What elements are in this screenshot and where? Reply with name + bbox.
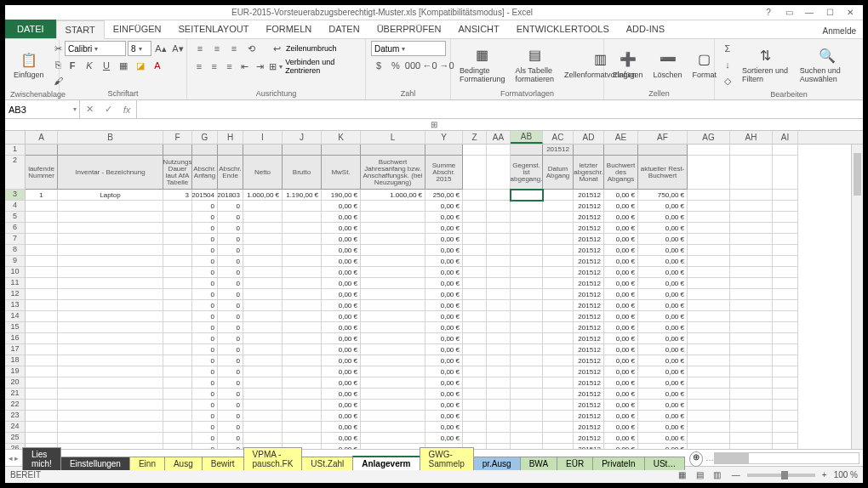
cell[interactable]: 0,00 € <box>425 234 463 245</box>
cell[interactable]: 201512 <box>574 355 604 366</box>
tab-pagelayout[interactable]: SEITENLAYOUT <box>169 20 257 38</box>
cell[interactable] <box>511 400 543 411</box>
cell[interactable]: 0,00 € <box>638 300 688 311</box>
cell[interactable] <box>511 389 543 400</box>
cell[interactable] <box>243 422 283 433</box>
cell[interactable] <box>511 300 543 311</box>
column-header-K[interactable]: K <box>322 131 361 144</box>
cell[interactable]: 201512 <box>574 267 604 278</box>
cell[interactable] <box>361 422 425 433</box>
cell[interactable] <box>688 422 730 433</box>
cell[interactable]: 0,00 € <box>322 444 361 449</box>
cell[interactable] <box>773 278 798 289</box>
cell[interactable]: 0,00 € <box>425 433 463 444</box>
sort-filter-button[interactable]: ⇅Sortieren und Filtern <box>739 44 793 85</box>
cell[interactable] <box>511 311 543 322</box>
row-header[interactable]: 2 <box>5 156 25 190</box>
row-header[interactable]: 25 <box>5 433 25 444</box>
cell[interactable]: 0,00 € <box>425 422 463 433</box>
cell[interactable]: 0,00 € <box>604 212 638 223</box>
cell[interactable] <box>243 300 283 311</box>
formula-bar-input[interactable] <box>137 100 863 118</box>
cell[interactable] <box>163 212 192 223</box>
cell[interactable] <box>463 433 487 444</box>
cell[interactable] <box>163 444 192 449</box>
cell[interactable] <box>58 201 163 212</box>
cell[interactable]: 0 <box>218 444 243 449</box>
cell[interactable] <box>543 289 574 300</box>
cell[interactable] <box>730 344 773 355</box>
cell[interactable]: 0 <box>218 433 243 444</box>
merge-button[interactable]: ⊞ <box>268 59 283 74</box>
cell[interactable] <box>243 344 283 355</box>
column-header-Z[interactable]: Z <box>463 131 487 144</box>
cell[interactable] <box>730 389 773 400</box>
decrease-indent-icon[interactable]: ⇤ <box>237 59 251 74</box>
cell[interactable]: 0 <box>218 289 243 300</box>
cell[interactable] <box>58 234 163 245</box>
column-header-AB[interactable]: AB <box>511 131 543 144</box>
zoom-out-button[interactable]: — <box>732 470 740 479</box>
number-format-select[interactable]: Datum <box>371 41 446 56</box>
file-tab[interactable]: DATEI <box>5 20 56 38</box>
cell[interactable] <box>463 344 487 355</box>
cell[interactable] <box>543 223 574 234</box>
cell[interactable]: 0,00 € <box>638 223 688 234</box>
cell[interactable] <box>730 311 773 322</box>
cell[interactable]: 0,00 € <box>425 355 463 366</box>
cell[interactable] <box>463 311 487 322</box>
cell[interactable] <box>463 223 487 234</box>
row-header[interactable]: 15 <box>5 322 25 333</box>
column-header-AF[interactable]: AF <box>638 131 688 144</box>
cell[interactable] <box>487 190 511 201</box>
row-header[interactable]: 3 <box>5 190 25 201</box>
cell[interactable]: 0,00 € <box>322 289 361 300</box>
cell[interactable] <box>487 245 511 256</box>
cell[interactable]: 0,00 € <box>322 267 361 278</box>
cell[interactable] <box>283 422 322 433</box>
cell[interactable] <box>688 400 730 411</box>
cell[interactable]: 0,00 € <box>322 201 361 212</box>
cell[interactable]: 0,00 € <box>322 411 361 422</box>
cell[interactable] <box>283 234 322 245</box>
cell[interactable] <box>26 234 58 245</box>
cell[interactable] <box>511 190 543 201</box>
zoom-slider[interactable] <box>747 474 815 477</box>
cell[interactable]: 0,00 € <box>322 234 361 245</box>
cell[interactable] <box>283 411 322 422</box>
cell[interactable]: 201512 <box>574 311 604 322</box>
bold-button[interactable]: F <box>65 58 80 73</box>
cell[interactable]: 750,00 € <box>638 190 688 201</box>
cell[interactable]: 0 <box>218 411 243 422</box>
cell[interactable] <box>511 344 543 355</box>
cell[interactable] <box>487 212 511 223</box>
cell[interactable] <box>283 311 322 322</box>
cell[interactable] <box>487 444 511 449</box>
cell[interactable]: 0,00 € <box>425 278 463 289</box>
cell[interactable] <box>163 355 192 366</box>
cell[interactable]: 0,00 € <box>425 300 463 311</box>
cell[interactable] <box>283 256 322 267</box>
cell[interactable]: 0 <box>192 344 218 355</box>
cell[interactable]: 0,00 € <box>638 355 688 366</box>
cell[interactable]: 1.190,00 € <box>283 190 322 201</box>
cell[interactable] <box>58 444 163 449</box>
cell[interactable]: 0,00 € <box>638 422 688 433</box>
cell[interactable] <box>463 300 487 311</box>
cell[interactable] <box>243 201 283 212</box>
cell[interactable]: 0 <box>192 422 218 433</box>
cell[interactable] <box>58 322 163 333</box>
cell[interactable] <box>543 444 574 449</box>
cell[interactable] <box>243 245 283 256</box>
cell[interactable] <box>730 411 773 422</box>
accept-fx-icon[interactable]: ✓ <box>99 104 117 115</box>
cell[interactable]: 0,00 € <box>638 234 688 245</box>
cell[interactable] <box>58 278 163 289</box>
row-header[interactable]: 17 <box>5 344 25 355</box>
cell[interactable] <box>773 377 798 389</box>
cell[interactable] <box>730 256 773 267</box>
cell[interactable]: 0,00 € <box>604 377 638 389</box>
column-header-B[interactable]: B <box>58 131 163 144</box>
cell[interactable] <box>58 300 163 311</box>
cell[interactable] <box>283 289 322 300</box>
